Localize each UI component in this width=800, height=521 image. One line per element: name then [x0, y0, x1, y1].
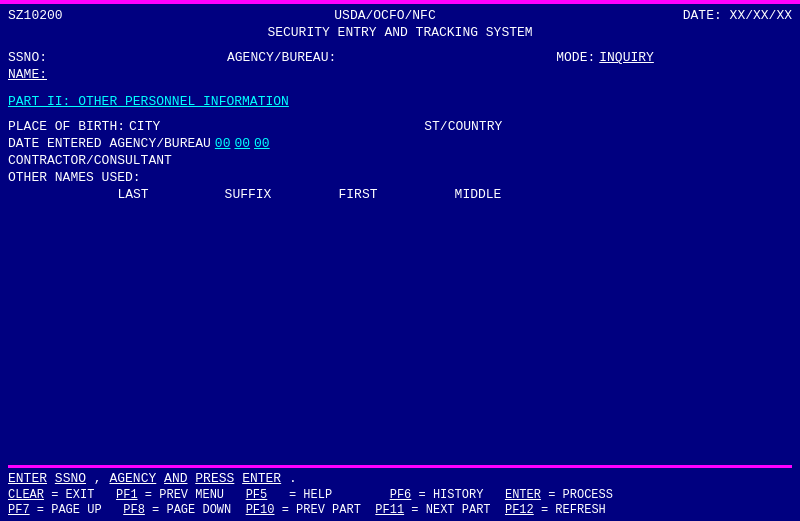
key-pf1[interactable]: PF1 = PREV MENU [116, 488, 246, 502]
bottom-divider [8, 465, 792, 468]
section-title: PART II: OTHER PERSONNEL INFORMATION [8, 94, 792, 109]
other-names-label: OTHER NAMES USED: [8, 170, 141, 185]
section-title-text: PART II: OTHER PERSONNEL INFORMATION [8, 94, 289, 109]
key-row-1: CLEAR = EXIT PF1 = PREV MENU PF5 = HELP … [8, 488, 792, 502]
date-dd[interactable]: 00 [234, 136, 250, 151]
center-line1: USDA/OCFO/NFC [334, 8, 435, 23]
center-line2: SECURITY ENTRY AND TRACKING SYSTEM [267, 25, 532, 40]
place-of-birth-row: PLACE OF BIRTH: CITY ST/COUNTRY [8, 119, 792, 134]
names-columns: LAST SUFFIX FIRST MIDDLE [68, 187, 792, 202]
col-middle: MIDDLE [418, 187, 538, 202]
key-clear[interactable]: CLEAR = EXIT [8, 488, 116, 502]
ssno-label: SSNO: [8, 50, 47, 65]
key-pf6[interactable]: PF6 = HISTORY [390, 488, 505, 502]
screen: SZ10200 USDA/OCFO/NFC DATE: XX/XX/XX SEC… [0, 0, 800, 521]
ssno-row: SSNO: AGENCY/BUREAU: MODE: INQUIRY [8, 50, 792, 65]
name-row: NAME: [8, 67, 792, 82]
date-value: XX/XX/XX [730, 8, 792, 23]
contractor-label: CONTRACTOR/CONSULTANT [8, 153, 172, 168]
date-mm[interactable]: 00 [215, 136, 231, 151]
col-suffix: SUFFIX [198, 187, 298, 202]
date-entered-label: DATE ENTERED AGENCY/BUREAU [8, 136, 211, 151]
date-label: DATE: [683, 8, 722, 23]
key-pf12[interactable]: PF12 = REFRESH [505, 503, 606, 517]
key-pf11[interactable]: PF11 = NEXT PART [375, 503, 505, 517]
mode-value: INQUIRY [599, 50, 654, 65]
main-content: SZ10200 USDA/OCFO/NFC DATE: XX/XX/XX SEC… [0, 4, 800, 206]
key-pf8[interactable]: PF8 = PAGE DOWN [123, 503, 245, 517]
col-first: FIRST [298, 187, 418, 202]
st-country-label: ST/COUNTRY [424, 119, 502, 134]
city-label: CITY [129, 119, 160, 134]
agency-bureau-label: AGENCY/BUREAU: [227, 50, 336, 65]
key-pf7[interactable]: PF7 = PAGE UP [8, 503, 123, 517]
other-names-row: OTHER NAMES USED: [8, 170, 792, 185]
date-yy[interactable]: 00 [254, 136, 270, 151]
key-pf10[interactable]: PF10 = PREV PART [246, 503, 376, 517]
system-title: SECURITY ENTRY AND TRACKING SYSTEM [8, 25, 792, 40]
header-center: USDA/OCFO/NFC [128, 8, 642, 23]
key-enter[interactable]: ENTER = PROCESS [505, 488, 613, 502]
system-code: SZ10200 [8, 8, 128, 23]
name-label: NAME: [8, 67, 47, 82]
col-last: LAST [68, 187, 198, 202]
contractor-row: CONTRACTOR/CONSULTANT [8, 153, 792, 168]
place-of-birth-label: PLACE OF BIRTH: [8, 119, 125, 134]
header-row: SZ10200 USDA/OCFO/NFC DATE: XX/XX/XX [8, 8, 792, 23]
mode-label: MODE: [556, 50, 595, 65]
date-area: DATE: XX/XX/XX [642, 8, 792, 23]
key-pf5[interactable]: PF5 = HELP [246, 488, 390, 502]
date-entered-row: DATE ENTERED AGENCY/BUREAU 00 00 00 [8, 136, 792, 151]
status-text: ENTER SSNO , AGENCY AND PRESS ENTER . [8, 471, 297, 486]
key-row-2: PF7 = PAGE UP PF8 = PAGE DOWN PF10 = PRE… [8, 503, 792, 517]
status-message: ENTER SSNO , AGENCY AND PRESS ENTER . [8, 471, 792, 486]
bottom-section: ENTER SSNO , AGENCY AND PRESS ENTER . CL… [0, 463, 800, 521]
